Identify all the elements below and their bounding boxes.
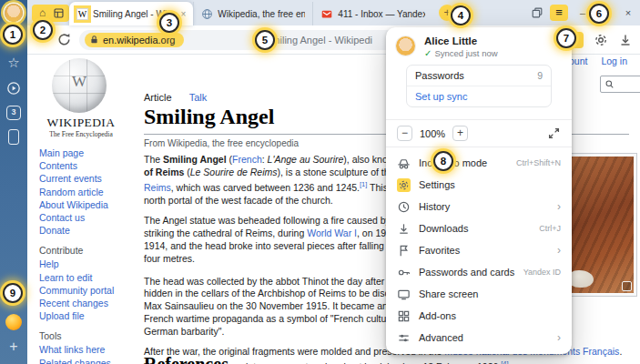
ref-4[interactable]: [4]: [501, 359, 508, 364]
nav-help[interactable]: Help: [39, 258, 134, 270]
nav-donate[interactable]: Donate: [39, 224, 134, 237]
menu-item-passwords-cards[interactable]: Passwords and cards Yandex ID: [386, 261, 572, 283]
zoom-level: 100%: [419, 128, 446, 139]
wikipedia-wordmark: WIKIPEDIA: [27, 116, 135, 130]
panels-icon[interactable]: [52, 6, 66, 20]
nav-learn-to-edit[interactable]: Learn to edit: [39, 271, 134, 284]
search-icon: [604, 79, 615, 89]
reload-icon[interactable]: [56, 32, 72, 47]
browser-sidebar: ☆ 3 +: [0, 0, 27, 364]
tabbar-right-controls: ≡ – □ ×: [531, 5, 636, 21]
annotation-9: 9: [3, 283, 23, 303]
annotation-3: 3: [159, 13, 179, 33]
tab-talk[interactable]: Talk: [189, 92, 208, 103]
window-close-button[interactable]: ×: [620, 7, 636, 18]
zoom-controls: − 100% +: [386, 119, 572, 147]
home-tableau-icon[interactable]: ⌂: [36, 6, 49, 20]
lock-icon: [89, 35, 99, 45]
sync-status: ✓Synced just now: [424, 48, 561, 58]
tools-heading: Tools: [39, 330, 134, 341]
favorites-flag-icon: [397, 244, 411, 258]
nav-random-article[interactable]: Random article: [39, 186, 134, 198]
tab-article[interactable]: Article: [144, 92, 172, 103]
article-tabs: Article Talk: [144, 92, 207, 103]
toolbar-right-icons: ⋮: [567, 32, 633, 48]
menu-item-incognito[interactable]: Incognito mode Ctrl+Shift+N: [386, 152, 572, 174]
nav-recent-changes[interactable]: Recent changes: [39, 297, 134, 309]
browser-menu-panel: Alice Little ✓Synced just now Passwords …: [386, 27, 572, 354]
incognito-icon: [397, 157, 411, 170]
tab-title: Wikipedia, the free encyclop...: [218, 9, 305, 19]
zoom-in-button[interactable]: +: [452, 126, 468, 141]
menu-account-header: Alice Little ✓Synced just now Passwords …: [386, 35, 572, 111]
nav-related-changes[interactable]: Related changes: [39, 357, 134, 364]
annotation-7: 7: [556, 28, 576, 48]
wikipedia-tagline: The Free Encyclopedia: [27, 130, 135, 138]
nav-what-links-here[interactable]: What links here: [39, 343, 134, 356]
wikipedia-nav: WIKIPEDIA The Free Encyclopedia Main pag…: [27, 55, 135, 364]
device-icon[interactable]: [8, 129, 19, 145]
login-link[interactable]: Log in: [601, 56, 627, 66]
yandex-icon[interactable]: [5, 314, 22, 330]
downloads-icon[interactable]: [618, 33, 633, 47]
tab-close-icon[interactable]: ×: [180, 9, 186, 19]
link-world-war-1[interactable]: World War I: [307, 228, 357, 238]
history-icon: [397, 200, 411, 214]
site-identity-chip[interactable]: en.wikipedia.org: [85, 33, 184, 47]
nav-main-page[interactable]: Main page: [39, 147, 134, 159]
wikipedia-logo[interactable]: [52, 58, 107, 113]
tab-title: 411 - Inbox — Yandex Mail: [338, 9, 425, 19]
key-icon: [397, 266, 411, 279]
tab-count-badge[interactable]: 3: [6, 106, 21, 120]
profile-avatar[interactable]: [5, 4, 23, 22]
passwords-count: 9: [537, 70, 543, 81]
extensions-gear-icon[interactable]: [594, 33, 608, 47]
zoom-out-button[interactable]: −: [397, 126, 412, 141]
account-avatar[interactable]: [396, 36, 415, 56]
nav-contact-us[interactable]: Contact us: [39, 211, 134, 224]
wiki-search-input[interactable]: [600, 76, 640, 93]
menu-item-addons[interactable]: Add-ons: [386, 305, 572, 327]
article-subtitle: From Wikipedia, the free encyclopedia: [144, 138, 299, 148]
sidebar-add-icon[interactable]: +: [5, 339, 22, 355]
link-french[interactable]: French: [232, 154, 262, 165]
tab-bar: ⌂ W Smiling Angel - Wi... × Wikipedia, t…: [27, 0, 640, 25]
menu-item-settings[interactable]: Settings: [386, 174, 572, 196]
menu-item-favorites[interactable]: Favorites ›: [386, 239, 572, 261]
menu-item-history[interactable]: History ›: [386, 196, 572, 217]
annotation-2: 2: [33, 20, 53, 40]
passwords-row[interactable]: Passwords 9: [415, 70, 543, 81]
references-heading: References: [144, 354, 229, 364]
menu-item-share-screen[interactable]: Share screen: [386, 283, 572, 305]
addons-grid-icon: [397, 309, 411, 323]
account-name: Alice Little: [424, 35, 561, 46]
address-domain: en.wikipedia.org: [103, 35, 176, 46]
settings-gear-icon: [397, 178, 411, 192]
advanced-sliders-icon: [397, 331, 411, 345]
sync-check-icon: ✓: [424, 48, 432, 58]
nav-community-portal[interactable]: Community portal: [39, 284, 134, 297]
media-play-icon[interactable]: [5, 80, 22, 96]
annotation-1: 1: [3, 25, 23, 45]
setup-sync-link[interactable]: Set up sync: [415, 91, 543, 102]
menu-item-downloads[interactable]: Downloads Ctrl+J: [386, 217, 572, 239]
monitor-icon: [397, 288, 411, 301]
wikipedia-favicon: W: [76, 8, 88, 20]
fullscreen-icon[interactable]: [547, 126, 561, 140]
bookmarks-star-icon[interactable]: ☆: [5, 55, 22, 71]
tab-yandex-mail[interactable]: 411 - Inbox — Yandex Mail: [312, 2, 432, 25]
annotation-8: 8: [433, 151, 453, 171]
browser-menu-icon[interactable]: ≡: [550, 5, 568, 21]
tab-stack-icon[interactable]: [531, 6, 543, 19]
nav-upload-file[interactable]: Upload file: [39, 309, 134, 322]
contribute-heading: Contribute: [39, 245, 134, 256]
nav-current-events[interactable]: Current events: [39, 172, 134, 185]
sync-box: Passwords 9 Set up sync: [406, 65, 552, 107]
menu-item-advanced[interactable]: Advanced ›: [386, 327, 572, 349]
tab-wikipedia-home[interactable]: Wikipedia, the free encyclop...: [193, 2, 312, 25]
nav-about-wikipedia[interactable]: About Wikipedia: [39, 198, 134, 211]
passwords-label: Passwords: [415, 70, 464, 81]
nav-contents[interactable]: Contents: [39, 159, 134, 172]
annotation-4: 4: [451, 5, 471, 25]
mail-favicon: [320, 8, 333, 20]
